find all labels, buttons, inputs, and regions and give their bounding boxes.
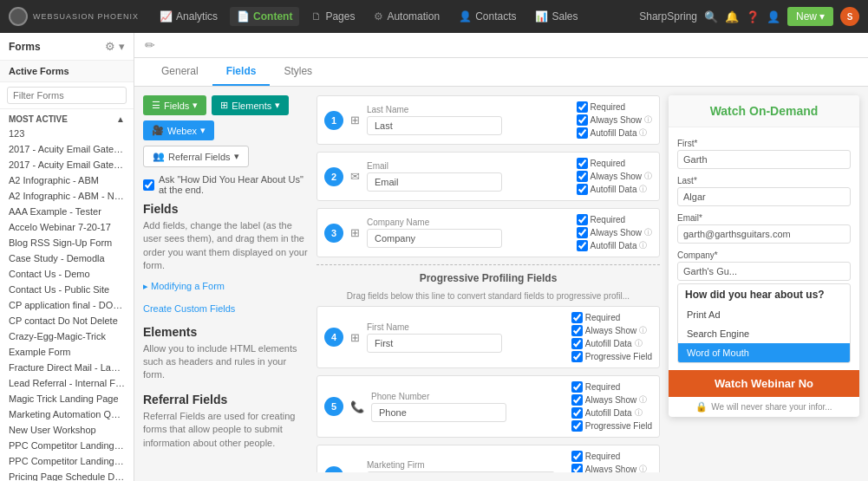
pencil-icon[interactable]: ✏ [145, 38, 155, 52]
list-item[interactable]: 2017 - Acuity Email Gate - De... [0, 141, 134, 157]
always-show-check[interactable] [571, 394, 583, 406]
always-show-check[interactable] [577, 171, 588, 182]
field-number-2: 2 [324, 167, 343, 186]
list-item[interactable]: New User Workshop [0, 422, 134, 438]
question-icon[interactable]: ❓ [746, 10, 760, 23]
list-item[interactable]: 123 [0, 126, 134, 141]
required-check[interactable] [571, 451, 583, 462]
table-row: 2 ✉ Email Required Always Show ⓘ Autofil… [317, 152, 660, 201]
always-show-check[interactable] [571, 464, 583, 472]
list-item[interactable]: 2017 - Acuity Email Gate - P9... [0, 157, 134, 172]
tab-general[interactable]: General [147, 58, 212, 86]
required-check[interactable] [577, 101, 588, 113]
overlay-first-label: First* [677, 139, 851, 148]
chevron-up-icon[interactable]: ▲ [116, 114, 125, 124]
overlay-email-input[interactable] [677, 224, 851, 244]
elements-button[interactable]: ⊞ Elements ▾ [212, 95, 289, 115]
chevron-down-icon: ▾ [193, 100, 198, 111]
overlay-last-input[interactable] [677, 187, 851, 206]
nav-pages[interactable]: 🗋 Pages [304, 7, 362, 26]
list-item[interactable]: Accelo Webinar 7-20-17 [0, 219, 134, 235]
field-input-6[interactable]: Do you work at a marketing agency? [367, 471, 555, 473]
progressive-check[interactable] [571, 351, 583, 362]
field-number-5: 5 [324, 397, 343, 416]
list-item[interactable]: AAA Example - Tester [0, 204, 134, 219]
ask-checkbox[interactable] [143, 179, 154, 191]
user-icon[interactable]: 👤 [767, 10, 780, 23]
field-input-1[interactable] [367, 116, 502, 135]
always-show-check[interactable] [577, 114, 588, 126]
nav-automation[interactable]: ⚙ Automation [367, 7, 447, 26]
always-show-check[interactable] [577, 227, 588, 238]
nav-contacts[interactable]: 👤 Contacts [452, 7, 523, 26]
overlay-title: Watch On-Demand [677, 104, 851, 118]
dropdown-item-print-ad[interactable]: Print Ad [678, 305, 850, 324]
autofill-check[interactable] [571, 407, 583, 419]
required-check[interactable] [571, 312, 583, 323]
fields-icon: ☰ [152, 100, 160, 111]
dropdown-item-search-engine[interactable]: Search Engine [678, 324, 850, 343]
fields-button[interactable]: ☰ Fields ▾ [143, 95, 206, 115]
search-icon[interactable]: 🔍 [704, 10, 718, 23]
list-item[interactable]: CP application final - DO NOT... [0, 297, 134, 313]
autofill-check[interactable] [577, 240, 588, 251]
overlay-first-input[interactable] [677, 150, 851, 169]
progressive-check[interactable] [571, 420, 583, 432]
nav-analytics[interactable]: 📈 Analytics [153, 7, 225, 26]
list-item[interactable]: PPC Competitor Landing Pag... [0, 438, 134, 453]
fields-section-desc: Add fields, change the label (as the use… [143, 219, 308, 273]
search-input[interactable] [7, 87, 127, 104]
new-button[interactable]: New ▾ [787, 7, 833, 26]
list-item[interactable]: PPC Competitor Landing Pag... [0, 453, 134, 469]
gear-icon[interactable]: ⚙ ▾ [105, 40, 125, 53]
required-check[interactable] [571, 381, 583, 393]
bell-icon[interactable]: 🔔 [725, 10, 739, 23]
field-options-6: Required Always Show ⓘ Autofill Data ⓘ P… [571, 451, 652, 472]
list-item[interactable]: Contact Us - Public Site [0, 282, 134, 297]
tab-styles[interactable]: Styles [270, 58, 326, 86]
field-input-4[interactable] [367, 334, 502, 353]
required-check[interactable] [577, 214, 588, 225]
autofill-check[interactable] [577, 184, 588, 195]
list-item[interactable]: CP contact Do Not Delete [0, 313, 134, 328]
create-custom-fields-link[interactable]: Create Custom Fields [143, 303, 235, 314]
list-item[interactable]: Marketing Automation Quiz E... [0, 406, 134, 422]
list-item[interactable]: Blog RSS Sign-Up Form [0, 235, 134, 250]
list-item[interactable]: Magic Trick Landing Page [0, 391, 134, 406]
list-item[interactable]: Crazy-Egg-Magic-Trick [0, 328, 134, 344]
list-item[interactable]: Lead Referral - Internal Form [0, 375, 134, 391]
list-item[interactable]: A2 Infographic - ABM [0, 172, 134, 188]
list-item[interactable]: Case Study - Demodla [0, 250, 134, 266]
fields-section-title: Fields [143, 202, 308, 216]
overlay-company-input[interactable] [677, 262, 851, 281]
field-options-3: Required Always Show ⓘ Autofill Data ⓘ [577, 214, 652, 251]
progressive-profiling-label: Progressive Profiling Fields [317, 264, 660, 288]
field-input-5[interactable] [371, 403, 506, 422]
field-input-3[interactable] [367, 229, 502, 248]
autofill-check[interactable] [571, 338, 583, 349]
field-input-2[interactable] [367, 172, 502, 192]
field-label-1: Last Name [367, 105, 570, 114]
always-show-check[interactable] [571, 325, 583, 336]
list-item[interactable]: Example Form [0, 344, 134, 360]
field-number-4: 4 [324, 328, 343, 347]
list-item[interactable]: Fracture Direct Mail - Landing... [0, 360, 134, 375]
webex-button[interactable]: 🎥 Webex ▾ [143, 120, 214, 140]
required-check[interactable] [577, 158, 588, 169]
dropdown-item-word-of-mouth[interactable]: Word of Mouth [678, 343, 850, 362]
company-name: SharpSpring [639, 10, 697, 23]
modifying-form-link[interactable]: ▸ Modifying a Form [143, 281, 225, 291]
field-icon-4: ⊞ [350, 331, 360, 344]
field-icon-5: 📞 [350, 400, 364, 413]
field-icon-1: ⊞ [350, 114, 360, 127]
list-item[interactable]: A2 Infographic - ABM - Native [0, 188, 134, 204]
watch-webinar-button[interactable]: Watch Webinar No [669, 370, 859, 397]
referral-button[interactable]: 👥 Referral Fields ▾ [143, 146, 249, 167]
tab-fields[interactable]: Fields [212, 58, 271, 86]
nav-content[interactable]: 📄 Content [230, 7, 299, 26]
content-area: ✏ General Fields Styles ☰ Fields ▾ ⊞ [134, 33, 868, 481]
list-item[interactable]: Contact Us - Demo [0, 266, 134, 282]
autofill-check[interactable] [577, 127, 588, 139]
list-item[interactable]: Pricing Page Schedule Demo [0, 469, 134, 481]
nav-sales[interactable]: 📊 Sales [528, 7, 584, 26]
